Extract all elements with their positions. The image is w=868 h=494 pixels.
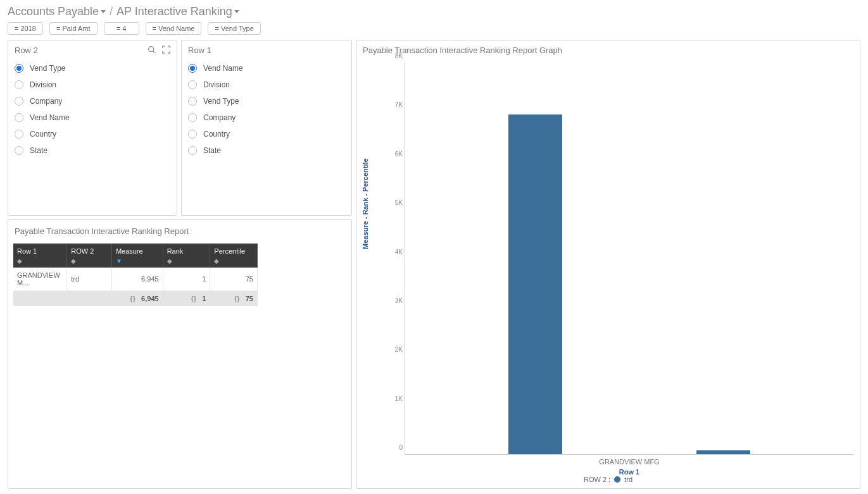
chart-plot[interactable]: 0 1K 2K 3K 4K 5K 6K 7K 8K GRANDVIEW MFG … xyxy=(405,63,853,455)
radio-icon xyxy=(188,146,197,155)
row1-option-state[interactable]: State xyxy=(188,142,345,159)
row2-option-vendtype[interactable]: Vend Type xyxy=(15,60,170,77)
cell-row1: GRANDVIEW M... xyxy=(13,268,67,291)
table-row[interactable]: GRANDVIEW M... trd 6,945 1 75 xyxy=(13,268,258,291)
radio-icon xyxy=(15,113,23,122)
total-rank: {} 1 xyxy=(163,291,210,307)
filter-bar: = 2018 = Paid Amt = 4 = Vend Name = Vend… xyxy=(0,22,868,40)
radio-icon xyxy=(15,146,23,155)
radio-icon xyxy=(188,80,197,89)
row2-title: Row 2 xyxy=(15,46,38,55)
report-panel: Payable Transaction Interactive Ranking … xyxy=(8,219,352,489)
radio-icon xyxy=(188,130,197,139)
filter-year[interactable]: = 2018 xyxy=(8,22,43,35)
x-axis-title: Row 1 xyxy=(405,468,853,476)
cell-percentile: 75 xyxy=(210,268,258,291)
row1-option-vendname[interactable]: Vend Name xyxy=(188,60,345,77)
filter-rank[interactable]: = 4 xyxy=(104,22,139,35)
col-measure[interactable]: Measure▼ xyxy=(111,244,163,268)
bar-secondary[interactable] xyxy=(696,450,750,454)
ytick: 1K xyxy=(387,395,403,402)
search-icon[interactable] xyxy=(148,46,156,55)
radio-icon xyxy=(188,113,197,122)
report-title: Payable Transaction Interactive Ranking … xyxy=(8,220,351,244)
row1-option-division[interactable]: Division xyxy=(188,77,345,93)
ytick: 6K xyxy=(387,150,403,157)
row2-radio-list: Vend Type Division Company Vend Name Cou… xyxy=(8,60,177,159)
radio-icon xyxy=(15,97,23,106)
legend-value: trd xyxy=(624,476,632,483)
row1-radio-list: Vend Name Division Vend Type Company Cou… xyxy=(182,60,351,159)
row2-option-division[interactable]: Division xyxy=(15,77,170,93)
ytick: 4K xyxy=(387,248,403,255)
row2-option-country[interactable]: Country xyxy=(15,126,170,142)
radio-icon xyxy=(15,64,23,73)
bar-measure[interactable] xyxy=(508,114,562,454)
ytick: 8K xyxy=(387,52,403,59)
ytick: 5K xyxy=(387,199,403,206)
cell-rank: 1 xyxy=(163,268,210,291)
total-percentile: {} 75 xyxy=(210,291,258,307)
filter-measure[interactable]: = Paid Amt xyxy=(49,22,97,35)
radio-icon xyxy=(188,64,197,73)
row1-title: Row 1 xyxy=(188,46,211,55)
row1-option-country[interactable]: Country xyxy=(188,126,345,142)
row1-option-company[interactable]: Company xyxy=(188,109,345,126)
total-measure: {} 6,945 xyxy=(111,291,163,307)
ytick: 2K xyxy=(387,346,403,353)
breadcrumb: Accounts Payable / AP Interactive Rankin… xyxy=(8,5,860,18)
ytick: 7K xyxy=(387,101,403,108)
cell-measure: 6,945 xyxy=(111,268,163,291)
graph-panel: Payable Transaction Interactive Ranking … xyxy=(356,40,860,489)
ytick: 0 xyxy=(387,444,403,451)
ytick: 3K xyxy=(387,297,403,304)
legend-prefix: ROW 2 : xyxy=(584,476,610,483)
x-category: GRANDVIEW MFG xyxy=(405,458,853,466)
breadcrumb-separator: / xyxy=(110,5,113,18)
row2-option-vendname[interactable]: Vend Name xyxy=(15,109,170,126)
filter-row2[interactable]: = Vend Type xyxy=(208,22,260,35)
breadcrumb-parent[interactable]: Accounts Payable xyxy=(8,5,106,18)
row1-panel: Row 1 Vend Name Division Vend Type Compa… xyxy=(181,40,352,216)
caret-down-icon xyxy=(234,10,239,13)
radio-icon xyxy=(15,80,23,89)
radio-icon xyxy=(188,97,197,106)
expand-icon[interactable] xyxy=(162,46,170,55)
filter-row1[interactable]: = Vend Name xyxy=(146,22,202,35)
col-row1[interactable]: Row 1◆ xyxy=(13,244,67,268)
col-rank[interactable]: Rank◆ xyxy=(163,244,210,268)
radio-icon xyxy=(15,130,23,139)
row2-option-state[interactable]: State xyxy=(15,142,170,159)
legend-swatch-icon xyxy=(614,476,620,483)
row1-option-vendtype[interactable]: Vend Type xyxy=(188,93,345,109)
chart-legend: ROW 2 : trd xyxy=(356,476,860,483)
caret-down-icon xyxy=(101,10,106,13)
row2-panel: Row 2 Vend Type Division Company Vend xyxy=(8,40,177,216)
y-axis-label: Measure - Rank - Percentile xyxy=(362,158,369,249)
row2-option-company[interactable]: Company xyxy=(15,93,170,109)
report-table: Row 1◆ ROW 2◆ Measure▼ Rank◆ Percentile◆… xyxy=(13,244,258,306)
col-percentile[interactable]: Percentile◆ xyxy=(210,244,258,268)
table-total-row: {} 6,945 {} 1 {} 75 xyxy=(13,291,258,307)
col-row2[interactable]: ROW 2◆ xyxy=(67,244,112,268)
graph-title: Payable Transaction Interactive Ranking … xyxy=(356,40,860,60)
svg-point-0 xyxy=(149,47,154,52)
breadcrumb-current[interactable]: AP Interactive Ranking xyxy=(116,5,239,18)
svg-line-1 xyxy=(153,51,155,53)
cell-row2: trd xyxy=(67,268,112,291)
